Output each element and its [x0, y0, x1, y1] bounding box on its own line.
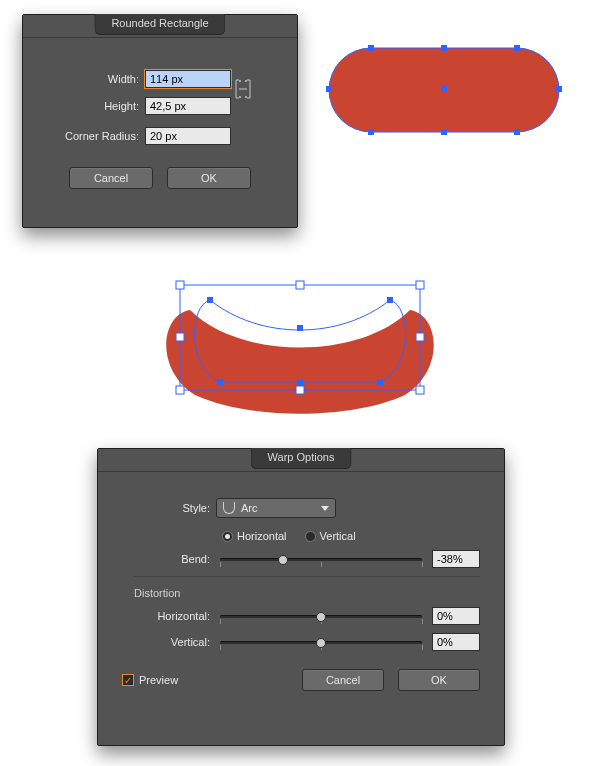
dialog-titlebar: Warp Options — [98, 449, 504, 472]
orientation-vertical-radio[interactable] — [305, 531, 316, 542]
ok-button[interactable]: OK — [398, 669, 480, 691]
width-label: Width: — [43, 73, 145, 85]
svg-rect-20 — [416, 333, 424, 341]
corner-radius-label: Corner Radius: — [43, 130, 145, 142]
distortion-section-title: Distortion — [134, 576, 480, 599]
bend-value[interactable] — [432, 550, 480, 568]
rounded-rectangle-dialog: Rounded Rectangle Width: Height: Corner … — [22, 14, 298, 228]
svg-rect-23 — [416, 386, 424, 394]
svg-rect-10 — [368, 129, 374, 135]
width-input[interactable] — [145, 70, 231, 88]
svg-rect-16 — [176, 281, 184, 289]
link-dimensions-icon[interactable] — [231, 78, 255, 103]
svg-rect-13 — [441, 129, 447, 135]
bend-slider[interactable] — [220, 552, 422, 566]
height-input[interactable] — [145, 97, 231, 115]
orientation-vertical-label: Vertical — [320, 530, 356, 542]
svg-rect-29 — [377, 379, 383, 385]
chevron-down-icon — [321, 506, 329, 511]
height-label: Height: — [43, 100, 145, 112]
dialog-title: Warp Options — [251, 448, 352, 469]
distortion-horizontal-slider[interactable] — [220, 609, 422, 623]
svg-rect-22 — [296, 386, 304, 394]
svg-rect-19 — [176, 333, 184, 341]
svg-point-2 — [239, 96, 241, 98]
svg-rect-18 — [416, 281, 424, 289]
svg-rect-8 — [368, 45, 374, 51]
svg-rect-28 — [297, 379, 303, 385]
style-select[interactable]: Arc — [216, 498, 336, 518]
svg-rect-24 — [207, 297, 213, 303]
svg-point-1 — [245, 80, 247, 82]
svg-rect-6 — [326, 86, 332, 92]
style-label: Style: — [122, 502, 216, 514]
shape-preview-warped — [150, 260, 450, 430]
svg-point-3 — [245, 96, 247, 98]
svg-rect-11 — [514, 129, 520, 135]
shape-preview-rounded-rect — [314, 28, 574, 148]
svg-rect-12 — [441, 45, 447, 51]
warp-options-dialog: Warp Options Style: Arc Horizontal Verti… — [97, 448, 505, 746]
cancel-button[interactable]: Cancel — [302, 669, 384, 691]
distortion-vertical-value[interactable] — [432, 633, 480, 651]
svg-rect-14 — [441, 86, 447, 92]
svg-rect-9 — [514, 45, 520, 51]
cancel-button[interactable]: Cancel — [69, 167, 153, 189]
corner-radius-input[interactable] — [145, 127, 231, 145]
svg-rect-21 — [176, 386, 184, 394]
orientation-horizontal-label: Horizontal — [237, 530, 287, 542]
svg-rect-27 — [217, 379, 223, 385]
preview-checkbox[interactable]: ✓ — [122, 674, 134, 686]
arc-icon — [223, 502, 235, 514]
style-value: Arc — [241, 502, 258, 514]
distortion-vertical-slider[interactable] — [220, 635, 422, 649]
svg-rect-26 — [297, 325, 303, 331]
svg-rect-7 — [556, 86, 562, 92]
svg-rect-17 — [296, 281, 304, 289]
distortion-horizontal-label: Horizontal: — [122, 610, 216, 622]
distortion-horizontal-value[interactable] — [432, 607, 480, 625]
preview-label: Preview — [139, 674, 178, 686]
distortion-vertical-label: Vertical: — [122, 636, 216, 648]
svg-rect-25 — [387, 297, 393, 303]
svg-point-0 — [239, 80, 241, 82]
dialog-title: Rounded Rectangle — [94, 14, 225, 35]
dialog-titlebar: Rounded Rectangle — [23, 15, 297, 38]
orientation-horizontal-radio[interactable] — [222, 531, 233, 542]
ok-button[interactable]: OK — [167, 167, 251, 189]
bend-label: Bend: — [122, 553, 216, 565]
